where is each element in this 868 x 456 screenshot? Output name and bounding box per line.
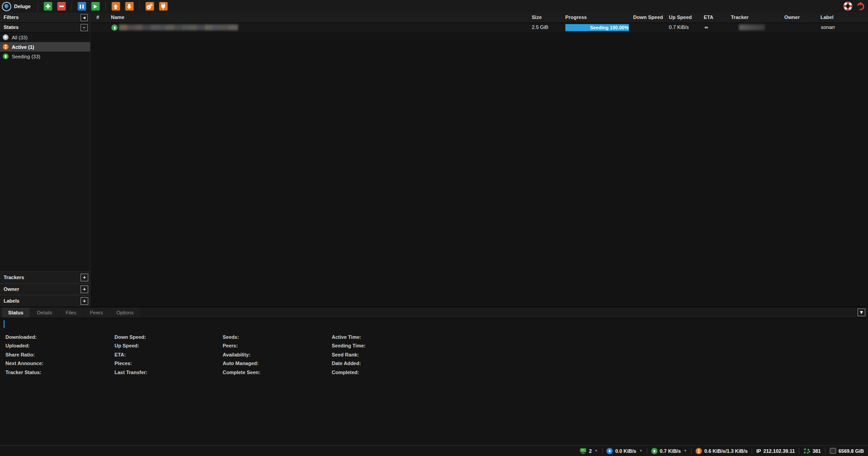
cell-eta: ∞ [705,24,708,30]
free-space-value: 6569.8 GiB [839,448,864,454]
dropdown-caret-icon: ▼ [639,449,643,453]
logout-button[interactable] [856,1,865,11]
arrow-down-icon [126,4,132,10]
tab-files[interactable]: Files [59,308,82,318]
free-space-indicator: 6569.8 GiB [825,447,865,454]
label-seeds: Seeds: [223,333,260,342]
connections-indicator[interactable]: 2 ▼ [576,448,602,454]
empty-progress-indicator [4,320,5,328]
remove-torrent-button[interactable] [57,2,66,11]
col-down-speed[interactable]: Down Speed [633,14,663,20]
ip-value: 212.102.39.11 [763,448,795,454]
label-uploaded: Uploaded: [5,342,43,350]
sidebar-item-label: All (33) [12,35,28,40]
collapse-sidebar-button[interactable]: ◄ [81,14,88,21]
queue-up-button[interactable] [111,2,120,11]
trackers-title: Trackers [4,275,24,280]
label-seed-rank: Seed Rank: [332,351,366,359]
label-complete-seen: Complete Seen: [223,368,260,377]
app-title: Deluge [14,4,31,9]
toolbar: Deluge [0,0,868,13]
progress-bar: Seeding 100.00% [565,24,629,31]
seeding-state-icon [111,24,118,31]
details-tabs: Status Details Files Peers Options ▼ [0,307,868,318]
queue-down-button[interactable] [125,2,134,11]
details-panel: Status Details Files Peers Options ▼ Dow… [0,307,868,446]
dropdown-caret-icon: ▼ [595,449,598,453]
table-header: # Name Size Progress Down Speed Up Speed… [91,13,868,23]
col-eta[interactable]: ETA [704,14,713,20]
minus-icon [59,4,64,9]
sidebar-item-label: Seeding (33) [12,54,40,59]
label-active-time: Active Time: [332,333,366,342]
col-progress[interactable]: Progress [565,14,587,20]
labels-section-header[interactable]: Labels + [0,295,90,307]
col-tracker[interactable]: Tracker [731,14,749,20]
cell-tracker-redacted [739,24,765,30]
torrent-list: # Name Size Progress Down Speed Up Speed… [91,13,868,307]
dht-nodes-count: 381 [812,448,820,454]
tab-peers[interactable]: Peers [83,308,109,318]
expand-trackers-button[interactable]: + [81,274,88,281]
ip-label: IP [756,448,761,454]
gears-icon [146,3,153,10]
monitor-icon [580,448,587,454]
toolbar-separator [105,2,106,11]
pause-button[interactable] [77,2,86,11]
upload-speed-indicator[interactable]: 0.7 KiB/s ▼ [647,448,691,454]
plug-icon [160,3,166,10]
cell-size: 2.5 GiB [532,24,548,30]
preferences-button[interactable] [145,2,154,11]
trackers-section-header[interactable]: Trackers + [0,271,90,283]
label-tracker-status: Tracker Status: [5,368,43,377]
connections-count: 2 [589,448,591,454]
expand-owner-button[interactable]: + [81,285,88,293]
download-icon [606,448,613,454]
expand-labels-button[interactable]: + [81,297,88,305]
torrent-name-redacted [119,24,238,30]
table-row[interactable]: 2.5 GiB Seeding 100.00% 0.7 KiB/s ∞ sona… [91,23,868,32]
collapse-states-button[interactable]: − [81,24,88,31]
label-pieces: Pieces: [114,359,148,368]
sidebar-item-active[interactable]: Active (1) [0,42,90,52]
tab-status[interactable]: Status [2,308,30,318]
deluge-logo-icon [2,2,11,11]
col-number[interactable]: # [96,14,99,20]
pause-icon [80,5,84,9]
label-seeding-time: Seeding Time: [332,342,366,350]
collapse-panel-button[interactable]: ▼ [858,309,865,316]
label-up-speed: Up Speed: [114,342,148,350]
tab-options[interactable]: Options [110,308,140,318]
col-owner[interactable]: Owner [784,14,800,20]
col-up-speed[interactable]: Up Speed [669,14,692,20]
label-peers: Peers: [223,342,260,350]
add-torrent-button[interactable] [43,2,52,11]
tab-details[interactable]: Details [31,308,59,318]
seeding-state-icon [3,53,9,59]
label-eta: ETA: [114,351,148,359]
help-button[interactable] [843,1,853,11]
sidebar-item-seeding[interactable]: Seeding (33) [0,52,90,61]
toolbar-separator [72,2,72,11]
label-share-ratio: Share Ratio: [5,351,43,359]
arrow-up-icon [113,4,119,10]
label-downloaded: Downloaded: [5,333,43,342]
protocol-traffic-value: 0.6 KiB/s/1.3 KiB/s [704,448,748,454]
label-completed: Completed: [332,368,366,377]
col-name[interactable]: Name [111,14,124,20]
cell-label: sonarr [821,24,835,30]
status-bar: 2 ▼ 0.0 KiB/s ▼ 0.7 KiB/s ▼ [0,445,868,456]
resume-button[interactable] [91,2,100,11]
states-section-header[interactable]: States − [0,23,90,33]
plus-icon [45,4,51,9]
toolbar-separator [139,2,140,11]
connection-manager-button[interactable] [159,2,168,11]
owner-section-header[interactable]: Owner + [0,283,90,295]
status-column-1: Downloaded: Uploaded: Share Ratio: Next … [5,333,43,377]
col-size[interactable]: Size [532,14,542,20]
download-speed-indicator[interactable]: 0.0 KiB/s ▼ [602,448,646,454]
col-label[interactable]: Label [820,14,834,20]
sidebar-item-all[interactable]: All (33) [0,33,90,42]
deluge-web-ui: Deluge [0,0,868,456]
ip-indicator: IP 212.102.39.11 [752,448,799,454]
